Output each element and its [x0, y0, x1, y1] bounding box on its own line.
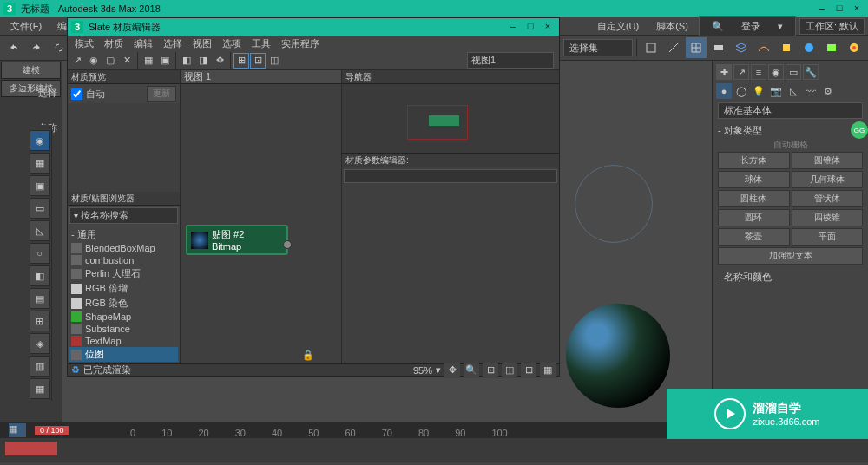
tool-icon-2[interactable]: ▦: [30, 153, 50, 174]
view1-tab[interactable]: 视图 1: [181, 70, 341, 84]
hierarchy-tab[interactable]: ≡: [751, 64, 766, 80]
modeling-tab[interactable]: 建模: [1, 62, 61, 79]
align-button[interactable]: [708, 37, 729, 58]
angle-snap[interactable]: [663, 37, 684, 58]
slate-tool-3[interactable]: ▢: [102, 53, 118, 69]
slate-titlebar[interactable]: 3 Slate 材质编辑器 – □ ×: [68, 18, 559, 36]
slate-menu-material[interactable]: 材质: [101, 36, 127, 51]
tool-icon-12[interactable]: ▦: [30, 378, 50, 399]
recycle-icon[interactable]: ♻: [71, 364, 80, 376]
slate-nav-4[interactable]: ◫: [502, 363, 517, 378]
tree-item-8[interactable]: 位图: [69, 347, 178, 362]
create-tab[interactable]: ✚: [716, 64, 732, 80]
param-name-field[interactable]: [344, 169, 557, 183]
tool-icon-11[interactable]: ▥: [30, 356, 50, 377]
tree-item-5[interactable]: ShapeMap: [69, 311, 178, 323]
textplus-button[interactable]: 加强型文本: [718, 247, 863, 265]
light-icon[interactable]: 💡: [751, 83, 766, 99]
space-warp-icon[interactable]: 〰: [803, 83, 819, 99]
menu-script[interactable]: 脚本(S): [649, 18, 695, 35]
camera-icon[interactable]: 📷: [768, 83, 784, 99]
time-slider[interactable]: 0 / 100: [35, 426, 69, 435]
tree-category[interactable]: - 通用: [69, 227, 178, 242]
slate-pick-button[interactable]: ↗: [69, 53, 85, 69]
menu-custom[interactable]: 自定义(U): [590, 18, 646, 35]
slate-menu-options[interactable]: 选项: [219, 36, 245, 51]
plane-button[interactable]: 平面: [792, 228, 864, 246]
bitmap-node[interactable]: 贴图 #2 Bitmap: [186, 225, 288, 255]
tool-icon-3[interactable]: ▣: [30, 175, 50, 196]
lock-icon[interactable]: 🔒: [302, 350, 314, 362]
slate-close[interactable]: ×: [540, 20, 556, 34]
helper-icon[interactable]: ◺: [786, 83, 801, 99]
tree-item-7[interactable]: TextMap: [69, 335, 178, 347]
pyramid-button[interactable]: 四棱锥: [792, 209, 864, 226]
tree-item-1[interactable]: combustion: [69, 254, 178, 266]
modify-tab[interactable]: ↗: [733, 64, 749, 80]
slate-menu-util[interactable]: 实用程序: [278, 36, 323, 51]
earth-object[interactable]: [566, 304, 670, 408]
sphere-button[interactable]: 球体: [718, 171, 790, 188]
tube-button[interactable]: 管状体: [792, 190, 864, 207]
snap-toggle[interactable]: [641, 37, 661, 58]
shape-icon[interactable]: ◯: [733, 83, 749, 99]
selection-set-dropdown[interactable]: 选择集: [563, 39, 633, 56]
slate-move-button[interactable]: ✥: [212, 53, 227, 69]
slate-tool-6[interactable]: ▣: [157, 53, 173, 69]
render-button[interactable]: [844, 37, 865, 58]
slate-view-dropdown[interactable]: 视图1: [467, 52, 554, 69]
tool-icon-9[interactable]: ⊞: [30, 311, 50, 331]
redo-button[interactable]: [26, 37, 47, 58]
login-field[interactable]: 🔍 登录 ▾: [699, 16, 796, 36]
timeline-toggle[interactable]: ▦: [9, 423, 26, 437]
slate-menu-mode[interactable]: 模式: [71, 36, 97, 51]
tool-icon-8[interactable]: ▤: [30, 288, 50, 309]
cone-button[interactable]: 圆锥体: [792, 152, 864, 169]
minimize-button[interactable]: –: [814, 2, 830, 16]
box-button[interactable]: 长方体: [718, 152, 790, 169]
tool-icon-4[interactable]: ▭: [30, 198, 50, 219]
curve-editor-button[interactable]: [753, 37, 774, 58]
slate-nav-6[interactable]: ▦: [540, 363, 556, 378]
update-button[interactable]: 更新: [147, 86, 176, 102]
auto-key-button[interactable]: [5, 442, 57, 455]
zoom-dropdown-icon[interactable]: ▾: [436, 364, 441, 376]
geo-icon[interactable]: ●: [716, 83, 732, 99]
tool-icon-5[interactable]: ◺: [30, 220, 50, 241]
workspace-dropdown[interactable]: 工作区: 默认: [799, 18, 865, 35]
schematic-button[interactable]: [776, 37, 797, 58]
slate-menu-edit[interactable]: 编辑: [130, 36, 156, 51]
display-tab[interactable]: ▭: [786, 64, 801, 80]
slate-menu-view[interactable]: 视图: [189, 36, 215, 51]
node-canvas[interactable]: 贴图 #2 Bitmap 🔒: [181, 84, 341, 363]
tool-icon-10[interactable]: ◈: [30, 333, 50, 354]
systems-icon[interactable]: ⚙: [820, 83, 836, 99]
grid-button[interactable]: [686, 37, 707, 58]
render-setup-button[interactable]: [799, 37, 819, 58]
cylinder-button[interactable]: 圆柱体: [718, 190, 790, 207]
motion-tab[interactable]: ◉: [768, 64, 784, 80]
slate-nav-1[interactable]: ✥: [444, 363, 460, 378]
navigator[interactable]: [342, 84, 559, 154]
teapot-button[interactable]: 茶壶: [718, 228, 790, 246]
tree-item-2[interactable]: Perlin 大理石: [69, 266, 178, 281]
browser-search-field[interactable]: ▾ 按名称搜索: [69, 207, 178, 224]
menu-file[interactable]: 文件(F): [3, 18, 49, 35]
close-button[interactable]: ×: [849, 2, 865, 16]
slate-delete-button[interactable]: ✕: [119, 53, 135, 69]
tree-item-0[interactable]: BlendedBoxMap: [69, 242, 178, 254]
primitive-dropdown[interactable]: 标准基本体: [718, 102, 863, 119]
slate-tool-10[interactable]: ⊞: [233, 53, 249, 69]
tool-icon-7[interactable]: ◧: [30, 265, 50, 286]
slate-nav-2[interactable]: 🔍: [464, 363, 479, 378]
geosphere-button[interactable]: 几何球体: [792, 171, 864, 188]
slate-nav-5[interactable]: ⊞: [521, 363, 536, 378]
auto-checkbox[interactable]: [71, 88, 82, 100]
maximize-button[interactable]: □: [832, 2, 847, 16]
slate-assign-button[interactable]: ◉: [86, 53, 102, 69]
slate-tool-7[interactable]: ◧: [179, 53, 194, 69]
layers-button[interactable]: [731, 37, 752, 58]
node-output-socket[interactable]: [283, 240, 292, 249]
slate-tool-12[interactable]: ◫: [266, 53, 282, 69]
slate-nav-3[interactable]: ⊡: [483, 363, 498, 378]
